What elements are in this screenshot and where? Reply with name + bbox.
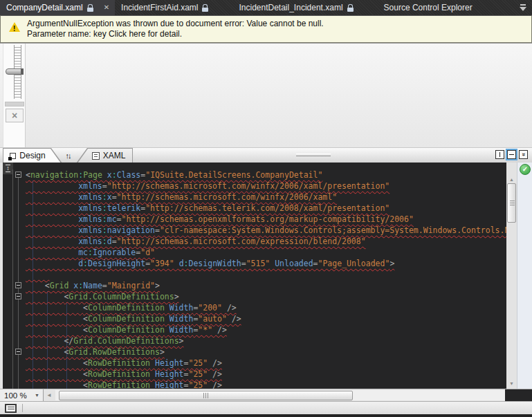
selection-margin bbox=[3, 291, 12, 302]
splitter-grip[interactable] bbox=[296, 154, 331, 156]
code-line[interactable]: </Grid.ColumnDefinitions> bbox=[3, 335, 506, 346]
code-line[interactable]: <ColumnDefinition Width="200" /> bbox=[3, 302, 506, 313]
lock-icon bbox=[87, 4, 93, 12]
fold-margin bbox=[12, 180, 24, 192]
fold-margin bbox=[12, 313, 24, 324]
code-line[interactable]: xmlns:mc="http://schemas.openxmlformats.… bbox=[3, 214, 506, 225]
code-line[interactable]: d:DesignHeight="394" d:DesignWidth="515"… bbox=[3, 258, 506, 269]
code-line[interactable] bbox=[3, 269, 506, 280]
document-error-warning-bar[interactable]: ArgumentNullException was thrown due to … bbox=[0, 15, 532, 43]
split-horizontal-button[interactable] bbox=[507, 150, 516, 159]
scrollbar-grip-icon bbox=[203, 393, 208, 398]
code-line[interactable]: xmlns:x="http://schemas.microsoft.com/wi… bbox=[3, 192, 506, 203]
split-horizontal-icon bbox=[509, 154, 514, 155]
document-health-check-icon[interactable]: ✓ bbox=[520, 164, 531, 175]
warning-text-line1: ArgumentNullException was thrown due to … bbox=[27, 19, 526, 29]
code-line[interactable]: <Grid x:Name="Maingrid"> bbox=[3, 280, 506, 291]
design-surface[interactable]: × bbox=[0, 43, 532, 147]
document-tab-label: IncidentDetail_Incident.xaml bbox=[239, 3, 342, 12]
fold-margin bbox=[12, 236, 24, 247]
code-line[interactable]: <RowDefinition Height="25" /> bbox=[3, 380, 506, 389]
fold-collapse-icon[interactable] bbox=[15, 293, 21, 299]
zoom-column-separator bbox=[5, 102, 24, 106]
code-line[interactable]: <Grid.ColumnDefinitions> bbox=[3, 291, 506, 302]
fold-margin bbox=[12, 269, 24, 280]
fold-margin bbox=[12, 369, 24, 380]
selection-margin bbox=[3, 335, 12, 346]
document-tab[interactable]: IncidentFirstAid.xaml bbox=[115, 0, 232, 15]
code-line[interactable]: xmlns="http://schemas.microsoft.com/winf… bbox=[3, 180, 506, 192]
vertical-scrollbar-thumb[interactable] bbox=[507, 183, 516, 223]
fold-margin bbox=[12, 358, 24, 369]
warning-text-line2: Parameter name: key Click here for detai… bbox=[27, 29, 526, 39]
view-tab-splitter-row: Design ↑↓ XAML » bbox=[0, 147, 532, 163]
horizontal-scrollbar-track[interactable] bbox=[55, 390, 505, 400]
tab-list-dropdown-icon[interactable] bbox=[520, 4, 526, 11]
code-line-text: <navigation:Page x:Class="IQSuite.Detail… bbox=[24, 169, 322, 180]
fold-margin bbox=[12, 258, 24, 269]
code-line[interactable]: mc:Ignorable="d" bbox=[3, 247, 506, 258]
collapse-pane-button[interactable]: » bbox=[519, 150, 528, 159]
code-line-text: <Grid x:Name="Maingrid"> bbox=[24, 280, 160, 291]
code-line-text: <ColumnDefinition Width="*" /> bbox=[24, 324, 227, 335]
code-line-text bbox=[24, 269, 50, 280]
scroll-down-icon[interactable]: ▼ bbox=[506, 381, 517, 386]
code-line[interactable]: <RowDefinition Height="25" /> bbox=[3, 358, 506, 369]
code-line[interactable]: xmlns:telerik="http://schemas.telerik.co… bbox=[3, 203, 506, 214]
fold-margin bbox=[12, 291, 24, 302]
selection-margin bbox=[3, 313, 12, 324]
document-tab[interactable]: CompanyDetail.xaml✕ bbox=[0, 0, 115, 15]
fold-collapse-icon[interactable] bbox=[15, 172, 21, 178]
code-line[interactable]: <RowDefinition Height="25" /> bbox=[3, 369, 506, 380]
code-line-text: xmlns:telerik="http://schemas.telerik.co… bbox=[24, 203, 389, 214]
code-line-text: <ColumnDefinition Width="200" /> bbox=[24, 302, 237, 313]
code-line[interactable]: xmlns:d="http://schemas.microsoft.com/ex… bbox=[3, 236, 506, 247]
document-tab[interactable]: Source Control Explorer bbox=[378, 0, 493, 15]
designer-zoom-column: × bbox=[3, 44, 26, 147]
code-line-text: d:DesignHeight="394" d:DesignWidth="515"… bbox=[24, 258, 394, 269]
swap-panes-button[interactable]: ↑↓ bbox=[61, 148, 76, 163]
selection-margin bbox=[3, 247, 12, 258]
code-line-text: <Grid.RowDefinitions> bbox=[24, 346, 165, 358]
toolbar-separator bbox=[22, 404, 23, 412]
code-line-text: xmlns:mc="http://schemas.openxmlformats.… bbox=[24, 214, 414, 225]
fold-margin bbox=[12, 324, 24, 335]
fold-collapse-icon[interactable] bbox=[15, 282, 21, 288]
editor-annotation-strip: ✓ bbox=[517, 163, 532, 389]
code-line[interactable]: <ColumnDefinition Width="*" /> bbox=[3, 324, 506, 335]
output-panel-icon[interactable] bbox=[5, 404, 17, 413]
scroll-left-icon[interactable]: ◄ bbox=[46, 392, 52, 398]
scroll-up-icon[interactable]: ▲ bbox=[506, 177, 517, 182]
split-vertical-button[interactable] bbox=[495, 150, 504, 159]
design-view-icon bbox=[10, 153, 16, 159]
fold-collapse-icon[interactable] bbox=[15, 349, 21, 355]
code-line[interactable]: xmlns:navigation="clr-namespace:System.W… bbox=[3, 225, 506, 236]
editor-zoom-combobox[interactable]: 100 % ▼ bbox=[0, 389, 44, 401]
code-line-text: xmlns="http://schemas.microsoft.com/winf… bbox=[24, 180, 389, 192]
close-icon[interactable]: ✕ bbox=[104, 4, 109, 11]
code-lines: <navigation:Page x:Class="IQSuite.Detail… bbox=[3, 169, 506, 389]
horizontal-scrollbar-thumb[interactable] bbox=[59, 391, 353, 400]
tab-xaml-label: XAML bbox=[103, 151, 126, 160]
zoom-dropdown-icon: ▼ bbox=[35, 393, 39, 398]
selection-margin bbox=[3, 346, 12, 358]
code-line-text: <RowDefinition Height="25" /> bbox=[24, 369, 222, 380]
document-tab[interactable]: IncidentDetail_Incident.xaml bbox=[232, 0, 377, 15]
tab-xaml[interactable]: XAML bbox=[76, 148, 133, 163]
code-line-text: xmlns:navigation="clr-namespace:System.W… bbox=[24, 225, 506, 236]
document-tab-label: IncidentFirstAid.xaml bbox=[121, 3, 198, 12]
fold-margin bbox=[12, 302, 24, 313]
fold-margin bbox=[12, 203, 24, 214]
code-line[interactable]: <ColumnDefinition Width="auto" /> bbox=[3, 313, 506, 324]
code-line[interactable]: <navigation:Page x:Class="IQSuite.Detail… bbox=[3, 169, 506, 180]
fold-margin bbox=[12, 192, 24, 203]
editor-vertical-scrollbar[interactable]: ▲ ▼ bbox=[506, 163, 517, 389]
zoom-slider-thumb[interactable] bbox=[6, 68, 24, 75]
tab-design[interactable]: Design bbox=[3, 148, 62, 163]
xaml-code-editor[interactable]: <navigation:Page x:Class="IQSuite.Detail… bbox=[0, 163, 532, 389]
xaml-view-icon bbox=[92, 152, 100, 160]
code-line-text: mc:Ignorable="d" bbox=[24, 247, 155, 258]
zoom-to-fit-button[interactable]: × bbox=[6, 109, 24, 122]
selection-margin bbox=[3, 169, 12, 180]
code-line[interactable]: <Grid.RowDefinitions> bbox=[3, 346, 506, 358]
